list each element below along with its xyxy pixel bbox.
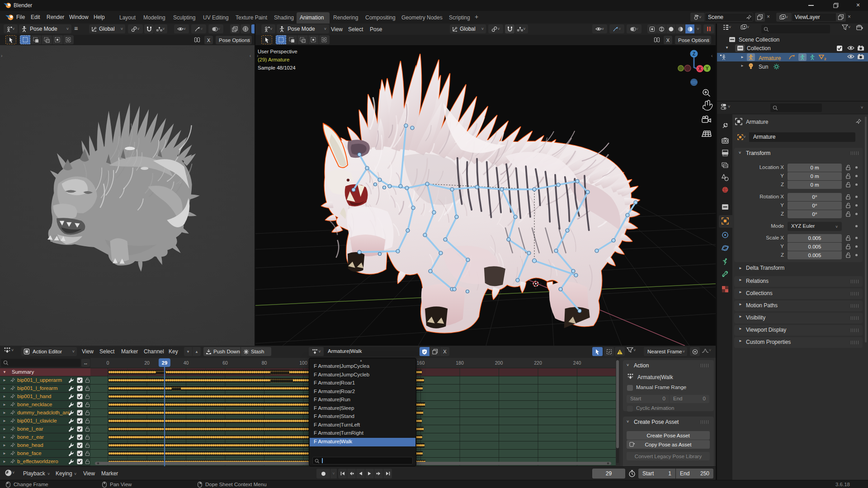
svg-text:20: 20 xyxy=(144,360,150,366)
svg-text:29: 29 xyxy=(162,360,167,366)
svg-text:180: 180 xyxy=(456,360,464,366)
svg-text:Y: Y xyxy=(706,66,709,71)
svg-text:240: 240 xyxy=(573,360,581,366)
svg-text:60: 60 xyxy=(222,360,228,366)
svg-text:2: 2 xyxy=(824,57,826,61)
svg-text:Z: Z xyxy=(693,52,695,56)
svg-text:40: 40 xyxy=(184,360,189,366)
svg-text:160: 160 xyxy=(417,360,425,366)
svg-text:X: X xyxy=(698,66,702,71)
svg-text:0: 0 xyxy=(107,360,109,366)
svg-text:100: 100 xyxy=(299,360,307,366)
svg-text:200: 200 xyxy=(495,360,503,366)
svg-text:220: 220 xyxy=(534,360,542,366)
svg-text:80: 80 xyxy=(262,360,267,366)
